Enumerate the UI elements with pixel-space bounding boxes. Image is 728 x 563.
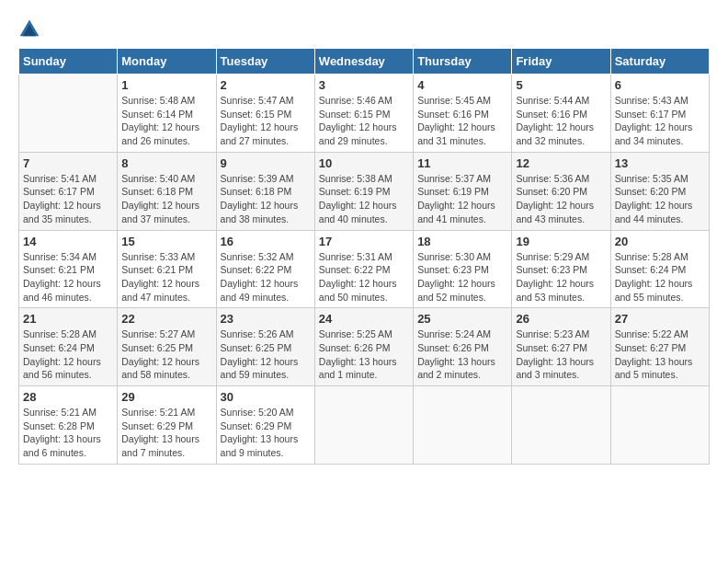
calendar-cell: 14Sunrise: 5:34 AM Sunset: 6:21 PM Dayli…: [19, 230, 118, 308]
calendar-header-friday: Friday: [512, 49, 610, 75]
day-number: 1: [121, 78, 211, 92]
day-info: Sunrise: 5:33 AM Sunset: 6:21 PM Dayligh…: [121, 250, 211, 304]
calendar-cell: 25Sunrise: 5:24 AM Sunset: 6:26 PM Dayli…: [414, 308, 512, 386]
calendar-cell: [19, 75, 118, 153]
calendar-week-row: 7Sunrise: 5:41 AM Sunset: 6:17 PM Daylig…: [19, 152, 710, 230]
day-info: Sunrise: 5:27 AM Sunset: 6:25 PM Dayligh…: [121, 327, 211, 382]
logo: [18, 18, 44, 40]
day-info: Sunrise: 5:29 AM Sunset: 6:23 PM Dayligh…: [516, 250, 606, 304]
day-number: 20: [615, 235, 705, 248]
calendar-cell: 8Sunrise: 5:40 AM Sunset: 6:18 PM Daylig…: [118, 152, 216, 230]
calendar-header-sunday: Sunday: [19, 49, 118, 75]
calendar-cell: 4Sunrise: 5:45 AM Sunset: 6:16 PM Daylig…: [414, 75, 512, 153]
calendar-week-row: 1Sunrise: 5:48 AM Sunset: 6:14 PM Daylig…: [19, 75, 710, 153]
calendar-cell: [610, 386, 709, 465]
calendar-header-tuesday: Tuesday: [216, 49, 314, 75]
day-number: 4: [417, 78, 507, 92]
calendar-cell: [512, 386, 610, 465]
day-number: 11: [417, 156, 507, 170]
calendar-header-thursday: Thursday: [414, 49, 512, 75]
calendar-table: SundayMondayTuesdayWednesdayThursdayFrid…: [18, 48, 710, 465]
calendar-cell: 30Sunrise: 5:20 AM Sunset: 6:29 PM Dayli…: [216, 386, 314, 465]
day-info: Sunrise: 5:20 AM Sunset: 6:29 PM Dayligh…: [221, 406, 311, 460]
day-info: Sunrise: 5:48 AM Sunset: 6:14 PM Dayligh…: [121, 94, 211, 148]
day-info: Sunrise: 5:23 AM Sunset: 6:27 PM Dayligh…: [516, 327, 606, 382]
calendar-cell: 13Sunrise: 5:35 AM Sunset: 6:20 PM Dayli…: [610, 152, 709, 230]
day-number: 23: [221, 312, 311, 326]
day-number: 24: [319, 312, 409, 326]
calendar-cell: 6Sunrise: 5:43 AM Sunset: 6:17 PM Daylig…: [610, 75, 709, 153]
day-number: 14: [23, 235, 113, 248]
day-info: Sunrise: 5:26 AM Sunset: 6:25 PM Dayligh…: [221, 327, 311, 382]
calendar-cell: 26Sunrise: 5:23 AM Sunset: 6:27 PM Dayli…: [512, 308, 610, 386]
day-number: 25: [417, 312, 507, 326]
day-info: Sunrise: 5:39 AM Sunset: 6:18 PM Dayligh…: [221, 172, 311, 226]
calendar-cell: 12Sunrise: 5:36 AM Sunset: 6:20 PM Dayli…: [512, 152, 610, 230]
calendar-week-row: 14Sunrise: 5:34 AM Sunset: 6:21 PM Dayli…: [19, 230, 710, 308]
day-info: Sunrise: 5:21 AM Sunset: 6:28 PM Dayligh…: [23, 406, 113, 460]
calendar-header-wednesday: Wednesday: [314, 49, 413, 75]
day-info: Sunrise: 5:44 AM Sunset: 6:16 PM Dayligh…: [516, 94, 606, 148]
day-number: 30: [221, 390, 311, 404]
calendar-cell: 3Sunrise: 5:46 AM Sunset: 6:15 PM Daylig…: [314, 75, 413, 153]
day-number: 3: [319, 78, 409, 92]
calendar-week-row: 28Sunrise: 5:21 AM Sunset: 6:28 PM Dayli…: [19, 386, 710, 465]
day-info: Sunrise: 5:32 AM Sunset: 6:22 PM Dayligh…: [221, 250, 311, 304]
day-number: 22: [121, 312, 211, 326]
calendar-cell: 24Sunrise: 5:25 AM Sunset: 6:26 PM Dayli…: [314, 308, 413, 386]
calendar-cell: 9Sunrise: 5:39 AM Sunset: 6:18 PM Daylig…: [216, 152, 314, 230]
day-info: Sunrise: 5:28 AM Sunset: 6:24 PM Dayligh…: [23, 327, 113, 382]
calendar-cell: 19Sunrise: 5:29 AM Sunset: 6:23 PM Dayli…: [512, 230, 610, 308]
calendar-cell: 18Sunrise: 5:30 AM Sunset: 6:23 PM Dayli…: [414, 230, 512, 308]
day-number: 12: [516, 156, 606, 170]
day-info: Sunrise: 5:28 AM Sunset: 6:24 PM Dayligh…: [615, 250, 705, 304]
calendar-cell: 15Sunrise: 5:33 AM Sunset: 6:21 PM Dayli…: [118, 230, 216, 308]
calendar-cell: 27Sunrise: 5:22 AM Sunset: 6:27 PM Dayli…: [610, 308, 709, 386]
calendar-cell: 10Sunrise: 5:38 AM Sunset: 6:19 PM Dayli…: [314, 152, 413, 230]
day-info: Sunrise: 5:25 AM Sunset: 6:26 PM Dayligh…: [319, 327, 409, 382]
day-number: 26: [516, 312, 606, 326]
day-info: Sunrise: 5:35 AM Sunset: 6:20 PM Dayligh…: [615, 172, 705, 226]
day-info: Sunrise: 5:21 AM Sunset: 6:29 PM Dayligh…: [121, 406, 211, 460]
day-number: 8: [121, 156, 211, 170]
day-number: 13: [615, 156, 705, 170]
day-number: 21: [23, 312, 113, 326]
calendar-cell: 7Sunrise: 5:41 AM Sunset: 6:17 PM Daylig…: [19, 152, 118, 230]
day-info: Sunrise: 5:38 AM Sunset: 6:19 PM Dayligh…: [319, 172, 409, 226]
calendar-week-row: 21Sunrise: 5:28 AM Sunset: 6:24 PM Dayli…: [19, 308, 710, 386]
calendar-cell: 17Sunrise: 5:31 AM Sunset: 6:22 PM Dayli…: [314, 230, 413, 308]
day-info: Sunrise: 5:47 AM Sunset: 6:15 PM Dayligh…: [221, 94, 311, 148]
calendar-cell: 5Sunrise: 5:44 AM Sunset: 6:16 PM Daylig…: [512, 75, 610, 153]
day-number: 7: [23, 156, 113, 170]
day-number: 5: [516, 78, 606, 92]
day-info: Sunrise: 5:34 AM Sunset: 6:21 PM Dayligh…: [23, 250, 113, 304]
calendar-cell: [414, 386, 512, 465]
day-number: 29: [121, 390, 211, 404]
day-number: 18: [417, 235, 507, 248]
day-info: Sunrise: 5:41 AM Sunset: 6:17 PM Dayligh…: [23, 172, 113, 226]
day-info: Sunrise: 5:43 AM Sunset: 6:17 PM Dayligh…: [615, 94, 705, 148]
calendar-header-row: SundayMondayTuesdayWednesdayThursdayFrid…: [19, 49, 710, 75]
day-number: 10: [319, 156, 409, 170]
calendar-cell: 11Sunrise: 5:37 AM Sunset: 6:19 PM Dayli…: [414, 152, 512, 230]
calendar-cell: 29Sunrise: 5:21 AM Sunset: 6:29 PM Dayli…: [118, 386, 216, 465]
day-info: Sunrise: 5:24 AM Sunset: 6:26 PM Dayligh…: [417, 327, 507, 382]
logo-icon: [18, 18, 40, 40]
day-info: Sunrise: 5:46 AM Sunset: 6:15 PM Dayligh…: [319, 94, 409, 148]
day-number: 16: [221, 235, 311, 248]
calendar-cell: 16Sunrise: 5:32 AM Sunset: 6:22 PM Dayli…: [216, 230, 314, 308]
day-number: 27: [615, 312, 705, 326]
day-number: 9: [221, 156, 311, 170]
day-number: 17: [319, 235, 409, 248]
day-number: 19: [516, 235, 606, 248]
calendar-cell: 23Sunrise: 5:26 AM Sunset: 6:25 PM Dayli…: [216, 308, 314, 386]
day-info: Sunrise: 5:45 AM Sunset: 6:16 PM Dayligh…: [417, 94, 507, 148]
day-info: Sunrise: 5:31 AM Sunset: 6:22 PM Dayligh…: [319, 250, 409, 304]
calendar-cell: [314, 386, 413, 465]
calendar-cell: 2Sunrise: 5:47 AM Sunset: 6:15 PM Daylig…: [216, 75, 314, 153]
day-info: Sunrise: 5:30 AM Sunset: 6:23 PM Dayligh…: [417, 250, 507, 304]
calendar-cell: 28Sunrise: 5:21 AM Sunset: 6:28 PM Dayli…: [19, 386, 118, 465]
day-info: Sunrise: 5:22 AM Sunset: 6:27 PM Dayligh…: [615, 327, 705, 382]
day-info: Sunrise: 5:37 AM Sunset: 6:19 PM Dayligh…: [417, 172, 507, 226]
calendar-cell: 21Sunrise: 5:28 AM Sunset: 6:24 PM Dayli…: [19, 308, 118, 386]
